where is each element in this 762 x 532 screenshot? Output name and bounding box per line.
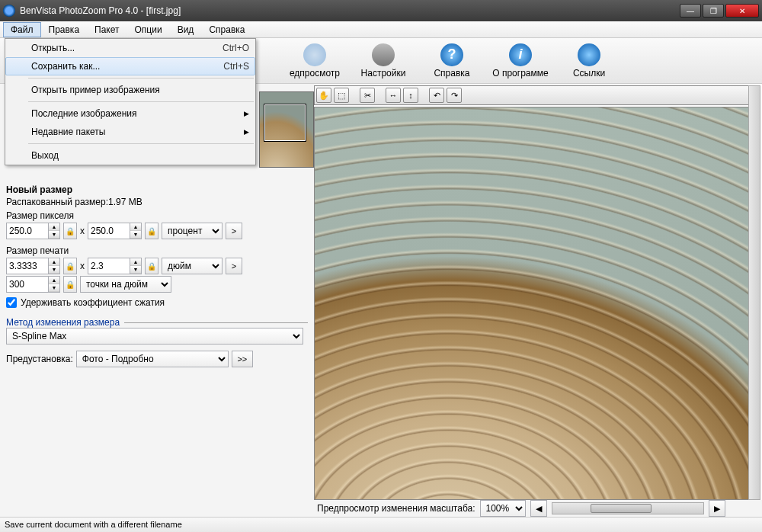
lock-button[interactable]: 🔒 xyxy=(145,258,158,274)
file-menu-dropdown: Открыть... Ctrl+O Сохранить как... Ctrl+… xyxy=(5,38,256,165)
navigator-thumbnail[interactable] xyxy=(259,91,314,168)
toolbar-settings[interactable]: Настройки xyxy=(349,40,418,82)
menu-batch[interactable]: Пакет xyxy=(87,22,126,37)
toolbar-links-label: Ссылки xyxy=(573,68,605,79)
menu-open[interactable]: Открыть... Ctrl+O xyxy=(5,39,255,57)
keep-ratio-checkbox[interactable] xyxy=(6,297,17,308)
right-panel: ✋ ⬚ ✂ ↔ ↕ ↶ ↷ Предпросмотр изменения мас… xyxy=(314,84,762,517)
toolbar-help-label: Справка xyxy=(434,68,469,79)
menu-separator xyxy=(28,143,254,144)
status-bar: Save current document with a different f… xyxy=(0,517,762,532)
flip-h-button[interactable]: ↔ xyxy=(386,88,401,103)
menu-file[interactable]: Файл xyxy=(3,22,41,37)
menu-open-sample[interactable]: Открыть пример изображения xyxy=(5,81,255,99)
spinner[interactable]: ▲▼ xyxy=(49,276,60,293)
window-title: BenVista PhotoZoom Pro 4.0 - [first.jpg] xyxy=(20,5,680,16)
menu-help[interactable]: Справка xyxy=(201,22,252,37)
wrench-icon xyxy=(372,43,395,66)
resize-method-select[interactable]: S-Spline Max xyxy=(6,328,303,345)
image-preview[interactable] xyxy=(314,107,760,500)
menu-exit[interactable]: Выход xyxy=(5,146,255,165)
menu-recent-batches[interactable]: Недавние пакеты ▶ xyxy=(5,123,255,141)
preset-select[interactable]: Фото - Подробно xyxy=(76,351,229,367)
spinner[interactable]: ▲▼ xyxy=(49,223,60,239)
image-toolbar: ✋ ⬚ ✂ ↔ ↕ ↶ ↷ xyxy=(314,85,760,105)
lock-button[interactable]: 🔒 xyxy=(63,276,77,293)
print-width-input[interactable]: ▲▼ xyxy=(6,258,60,274)
x-label: x xyxy=(80,261,85,271)
titlebar: BenVista PhotoZoom Pro 4.0 - [first.jpg]… xyxy=(0,0,762,21)
toolbar-preview[interactable]: едпросмотр xyxy=(280,40,349,82)
chevron-right-icon: ▶ xyxy=(244,128,249,136)
preset-more-button[interactable]: >> xyxy=(232,351,253,367)
zoom-select[interactable]: 100% xyxy=(480,500,526,517)
app-icon xyxy=(3,5,15,17)
lock-button[interactable]: 🔒 xyxy=(63,223,77,239)
pixel-unit-select[interactable]: процент xyxy=(162,223,223,239)
lock-button[interactable]: 🔒 xyxy=(63,258,77,274)
pixel-width-input[interactable]: ▲▼ xyxy=(6,223,60,239)
print-size-label: Размер печати xyxy=(6,245,308,256)
toolbar-settings-label: Настройки xyxy=(361,68,406,79)
menu-edit[interactable]: Правка xyxy=(41,22,88,37)
preview-scale-label: Предпросмотр изменения масштаба: xyxy=(317,503,475,514)
minimize-button[interactable]: — xyxy=(680,4,701,18)
marquee-tool-button[interactable]: ⬚ xyxy=(334,88,349,103)
expand-button[interactable]: > xyxy=(226,223,242,239)
toolbar-links[interactable]: Ссылки xyxy=(555,40,623,82)
spinner[interactable]: ▲▼ xyxy=(49,258,60,274)
preview-bottom-bar: Предпросмотр изменения масштаба: 100% ◀ … xyxy=(314,500,762,517)
preset-label: Предустановка: xyxy=(6,354,73,364)
menu-separator xyxy=(28,78,254,79)
spinner[interactable]: ▲▼ xyxy=(130,223,142,239)
vertical-scrollbar[interactable] xyxy=(748,85,760,500)
rotate-right-button[interactable]: ↷ xyxy=(447,88,462,103)
flip-v-button[interactable]: ↕ xyxy=(403,88,418,103)
new-size-title: Новый размер xyxy=(6,184,308,195)
menu-options[interactable]: Опции xyxy=(127,22,170,37)
toolbar-preview-label: едпросмотр xyxy=(290,68,340,79)
horizontal-scrollbar[interactable] xyxy=(552,502,704,514)
keep-ratio-label: Удерживать коэффициент сжатия xyxy=(21,297,165,308)
toolbar-about[interactable]: i О программе xyxy=(486,40,555,82)
unpacked-size-label: Распакованный размер:1.97 MB xyxy=(6,197,308,207)
globe-icon xyxy=(578,43,600,66)
scroll-left-button[interactable]: ◀ xyxy=(530,500,547,517)
chevron-right-icon: ▶ xyxy=(244,110,249,117)
crop-tool-button[interactable]: ✂ xyxy=(360,88,375,103)
lock-button[interactable]: 🔒 xyxy=(145,223,158,239)
x-label: x xyxy=(80,226,85,236)
question-icon: ? xyxy=(440,43,463,66)
menu-save-as[interactable]: Сохранить как... Ctrl+S xyxy=(5,57,255,75)
resize-method-group: Метод изменения размера xyxy=(6,317,308,325)
menu-separator xyxy=(28,101,254,102)
toolbar-about-label: О программе xyxy=(492,68,548,79)
navigator-viewport[interactable] xyxy=(264,104,306,141)
pixel-size-label: Размер пикселя xyxy=(6,210,308,221)
magnifier-icon xyxy=(303,43,326,66)
print-height-input[interactable]: ▲▼ xyxy=(88,258,142,274)
expand-button[interactable]: > xyxy=(226,258,242,274)
maximize-button[interactable]: ❐ xyxy=(703,4,724,18)
dpi-unit-select[interactable]: точки на дюйм xyxy=(80,276,171,293)
menu-recent-images[interactable]: Последние изображения ▶ xyxy=(5,104,255,123)
dpi-input[interactable]: ▲▼ xyxy=(6,276,60,293)
print-unit-select[interactable]: дюйм xyxy=(162,258,223,274)
toolbar-help[interactable]: ? Справка xyxy=(418,40,486,82)
rotate-left-button[interactable]: ↶ xyxy=(429,88,444,103)
spinner[interactable]: ▲▼ xyxy=(130,258,142,274)
hand-tool-button[interactable]: ✋ xyxy=(316,88,331,103)
menubar: Файл Правка Пакет Опции Вид Справка xyxy=(0,21,762,38)
scroll-right-button[interactable]: ▶ xyxy=(709,500,725,517)
pixel-height-input[interactable]: ▲▼ xyxy=(88,223,142,239)
menu-view[interactable]: Вид xyxy=(170,22,202,37)
close-button[interactable]: ✕ xyxy=(725,4,759,18)
info-icon: i xyxy=(509,43,532,66)
